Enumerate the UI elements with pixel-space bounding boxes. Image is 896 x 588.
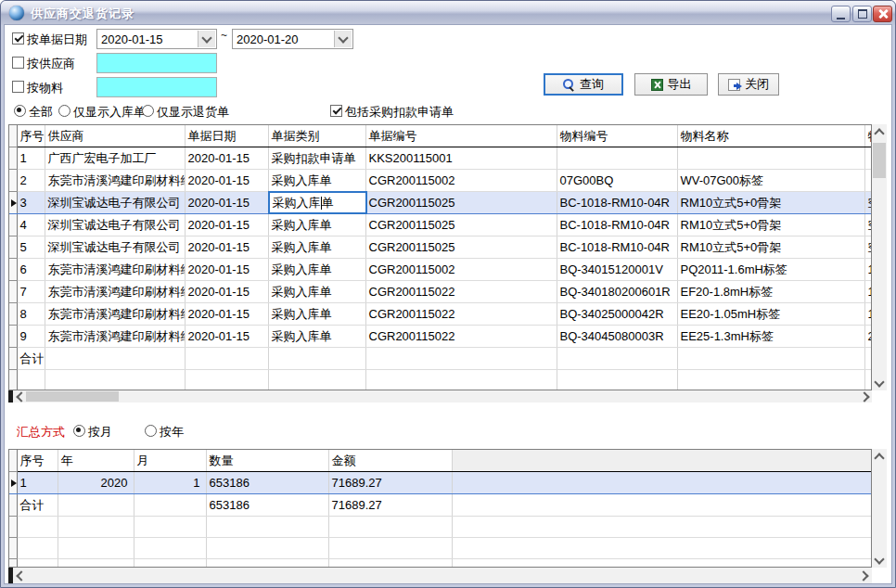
row-selector-cell[interactable] xyxy=(9,326,17,348)
table-cell[interactable] xyxy=(185,348,268,370)
maximize-button[interactable] xyxy=(852,6,872,22)
table-cell[interactable] xyxy=(58,559,134,569)
table-row[interactable]: 6东莞市清溪鸿建印刷材料经营2020-01-15采购入库单CGR20011500… xyxy=(9,259,872,281)
table-cell[interactable] xyxy=(58,517,134,538)
scope-radio-inbound[interactable] xyxy=(58,105,70,117)
row-selector-cell[interactable] xyxy=(9,259,17,281)
table-cell[interactable]: 采购入库单 xyxy=(268,281,365,303)
summary-h-scrollbar[interactable] xyxy=(8,568,872,583)
table-cell[interactable] xyxy=(864,370,872,391)
table-cell[interactable] xyxy=(864,348,872,370)
table-cell[interactable]: 合计 xyxy=(17,348,45,370)
table-cell[interactable]: RM10立式5+0骨架 xyxy=(677,192,864,214)
table-row[interactable] xyxy=(9,538,872,559)
table-cell[interactable] xyxy=(17,370,45,391)
date-to-combobox[interactable]: 2020-01-20 xyxy=(232,29,353,49)
table-cell[interactable]: RM10立式5+0骨架 xyxy=(677,214,864,236)
table-cell[interactable]: 1 xyxy=(134,472,206,494)
row-selector-cell[interactable] xyxy=(9,214,17,236)
scope-radio-returns[interactable] xyxy=(142,105,154,117)
table-cell[interactable] xyxy=(134,559,206,569)
cell-editor[interactable]: 采购入库单 xyxy=(268,191,367,214)
table-cell[interactable] xyxy=(17,538,58,559)
table-cell[interactable]: 空 xyxy=(864,236,872,259)
table-row[interactable]: 9东莞市清溪鸿建印刷材料经营2020-01-15采购入库单CGR20011502… xyxy=(9,326,872,348)
row-selector-cell[interactable] xyxy=(9,303,17,326)
table-cell[interactable]: CGR200115025 xyxy=(365,192,557,214)
table-cell[interactable]: 采购入库单 xyxy=(268,192,365,214)
table-cell[interactable]: 71689.27 xyxy=(328,494,452,517)
table-cell[interactable]: CGR200115022 xyxy=(365,326,557,348)
table-cell[interactable]: 2020-01-15 xyxy=(185,281,268,303)
table-cell[interactable] xyxy=(677,348,864,370)
scope-radio-all[interactable] xyxy=(14,105,26,117)
table-cell[interactable]: 653186 xyxy=(206,472,328,494)
table-cell[interactable]: 2020-01-15 xyxy=(185,192,268,214)
table-row[interactable]: 2东莞市清溪鸿建印刷材料经营2020-01-15采购入库单CGR20011500… xyxy=(9,170,872,192)
row-selector-cell[interactable] xyxy=(9,559,17,569)
table-cell[interactable]: 71689.27 xyxy=(328,472,452,494)
scroll-thumb[interactable] xyxy=(26,391,119,402)
table-cell[interactable] xyxy=(268,348,365,370)
table-cell[interactable]: 深圳宝诚达电子有限公司 xyxy=(45,214,185,236)
date-from-combobox[interactable]: 2020-01-15 xyxy=(96,29,217,49)
table-cell[interactable]: CGR200115022 xyxy=(365,281,557,303)
scroll-thumb[interactable] xyxy=(873,143,886,178)
table-row[interactable]: 3深圳宝诚达电子有限公司2020-01-15采购入库单CGR200115025B… xyxy=(9,192,872,214)
table-cell[interactable] xyxy=(45,370,185,391)
table-cell[interactable] xyxy=(557,370,677,391)
table-cell[interactable]: 2 xyxy=(17,170,45,192)
export-button[interactable]: 导出 xyxy=(634,73,708,96)
row-selector-cell[interactable] xyxy=(9,538,17,559)
summary-radio-month[interactable] xyxy=(73,425,85,437)
table-cell[interactable]: RM10立式5+0骨架 xyxy=(677,236,864,259)
table-cell[interactable]: PQ2011-1.6mH标签 xyxy=(677,259,864,281)
table-cell[interactable] xyxy=(17,559,58,569)
table-cell[interactable] xyxy=(328,559,452,569)
row-selector-cell[interactable] xyxy=(9,494,17,517)
table-cell[interactable]: 6 xyxy=(17,259,45,281)
table-cell[interactable] xyxy=(58,494,134,517)
table-cell[interactable] xyxy=(134,517,206,538)
table-cell[interactable]: CGR200115002 xyxy=(365,170,557,192)
filler-cell[interactable] xyxy=(452,517,872,538)
table-cell[interactable]: 1 xyxy=(864,303,872,326)
table-cell[interactable]: 2020-01-15 xyxy=(185,326,268,348)
scroll-left-button[interactable] xyxy=(13,568,27,583)
table-cell[interactable] xyxy=(864,170,872,192)
table-cell[interactable]: 广西广宏电子加工厂 xyxy=(45,147,185,170)
table-cell[interactable]: WV-07G00标签 xyxy=(677,170,864,192)
table-row[interactable]: 7东莞市清溪鸿建印刷材料经营2020-01-15采购入库单CGR20011502… xyxy=(9,281,872,303)
table-row[interactable] xyxy=(9,559,872,569)
table-cell[interactable]: 东莞市清溪鸿建印刷材料经营 xyxy=(45,170,185,192)
scroll-left-button[interactable] xyxy=(13,390,26,403)
table-cell[interactable]: 3 xyxy=(17,192,45,214)
table-cell[interactable]: 1 xyxy=(864,259,872,281)
table-row[interactable]: 5深圳宝诚达电子有限公司2020-01-15采购入库单CGR200115025B… xyxy=(9,236,872,259)
table-cell[interactable] xyxy=(45,348,185,370)
summary-radio-year[interactable] xyxy=(145,425,157,437)
table-cell[interactable]: 采购入库单 xyxy=(268,214,365,236)
table-cell[interactable]: EF20-1.8mH标签 xyxy=(677,281,864,303)
query-button[interactable]: 查询 xyxy=(544,73,623,96)
table-cell[interactable] xyxy=(328,517,452,538)
table-cell[interactable] xyxy=(58,538,134,559)
table-cell[interactable]: 2 xyxy=(864,326,872,348)
table-cell[interactable]: 2020 xyxy=(58,472,134,494)
table-cell[interactable]: CGR200115022 xyxy=(365,303,557,326)
table-row[interactable]: 1广西广宏电子加工厂2020-01-15采购扣款申请单KKS200115001 xyxy=(9,147,872,170)
scroll-up-button[interactable] xyxy=(872,449,887,464)
supplier-filter-input[interactable] xyxy=(96,53,217,73)
table-cell[interactable] xyxy=(206,517,328,538)
filler-cell[interactable] xyxy=(452,538,872,559)
table-cell[interactable]: BQ-34015120001V xyxy=(557,259,677,281)
row-selector-cell[interactable] xyxy=(9,281,17,303)
table-cell[interactable]: 空 xyxy=(864,192,872,214)
table-cell[interactable]: 深圳宝诚达电子有限公司 xyxy=(45,192,185,214)
table-cell[interactable]: 采购入库单 xyxy=(268,326,365,348)
table-cell[interactable]: 2020-01-15 xyxy=(185,170,268,192)
date-from-dropdown-button[interactable] xyxy=(198,31,215,47)
table-cell[interactable] xyxy=(557,147,677,170)
table-row[interactable]: 12020165318671689.27 xyxy=(9,472,872,494)
table-cell[interactable]: BQ-34025000042R xyxy=(557,303,677,326)
